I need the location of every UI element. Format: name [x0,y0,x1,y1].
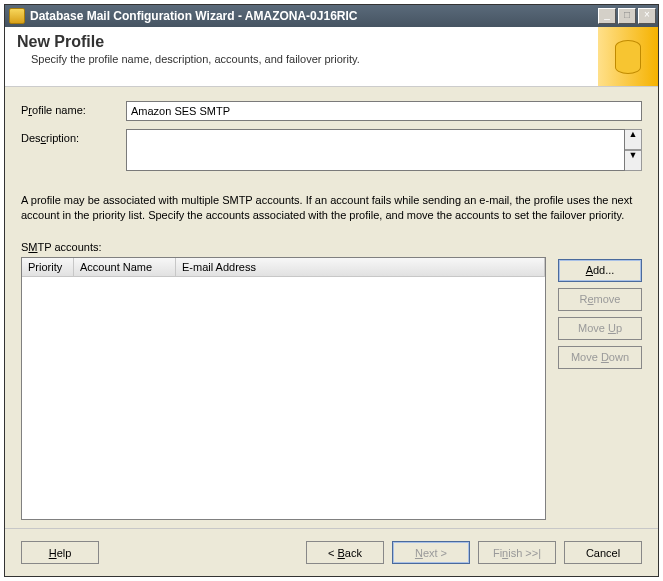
footer: Help < Back Next > Finish >>| Cancel [5,528,658,576]
scroll-up-button[interactable]: ▲ [625,129,642,150]
table-body [22,277,545,519]
back-button[interactable]: < Back [306,541,384,564]
profile-name-input[interactable] [126,101,642,121]
description-textarea[interactable] [126,129,625,171]
move-up-button: Move Up [558,317,642,340]
maximize-button[interactable]: □ [618,8,636,24]
close-button[interactable]: × [638,8,656,24]
info-text: A profile may be associated with multipl… [21,193,642,223]
help-button[interactable]: Help [21,541,99,564]
table-header: Priority Account Name E-mail Address [22,258,545,277]
move-down-button: Move Down [558,346,642,369]
smtp-accounts-label: SMTP accounts: [21,241,546,253]
page-subtitle: Specify the profile name, description, a… [31,53,586,65]
header-banner-icon [598,27,658,86]
remove-button: Remove [558,288,642,311]
finish-button: Finish >>| [478,541,556,564]
description-scroll: ▲ ▼ [625,129,642,171]
database-icon [615,40,641,74]
page-title: New Profile [17,33,586,51]
profile-name-label: Profile name: [21,101,126,116]
add-button[interactable]: Add... [558,259,642,282]
col-account-name[interactable]: Account Name [74,258,176,277]
wizard-window: Database Mail Configuration Wizard - AMA… [4,4,659,577]
page-header: New Profile Specify the profile name, de… [5,27,658,87]
description-label: Description: [21,129,126,144]
titlebar: Database Mail Configuration Wizard - AMA… [5,5,658,27]
cancel-button[interactable]: Cancel [564,541,642,564]
col-priority[interactable]: Priority [22,258,74,277]
window-title: Database Mail Configuration Wizard - AMA… [30,9,596,23]
smtp-accounts-table[interactable]: Priority Account Name E-mail Address [21,257,546,520]
app-icon [9,8,25,24]
content-area: Profile name: Description: ▲ ▼ A profile… [5,87,658,528]
scroll-down-button[interactable]: ▼ [625,150,642,171]
next-button: Next > [392,541,470,564]
account-side-buttons: Add... Remove Move Up Move Down [558,241,642,520]
minimize-button[interactable]: _ [598,8,616,24]
col-email[interactable]: E-mail Address [176,258,545,277]
